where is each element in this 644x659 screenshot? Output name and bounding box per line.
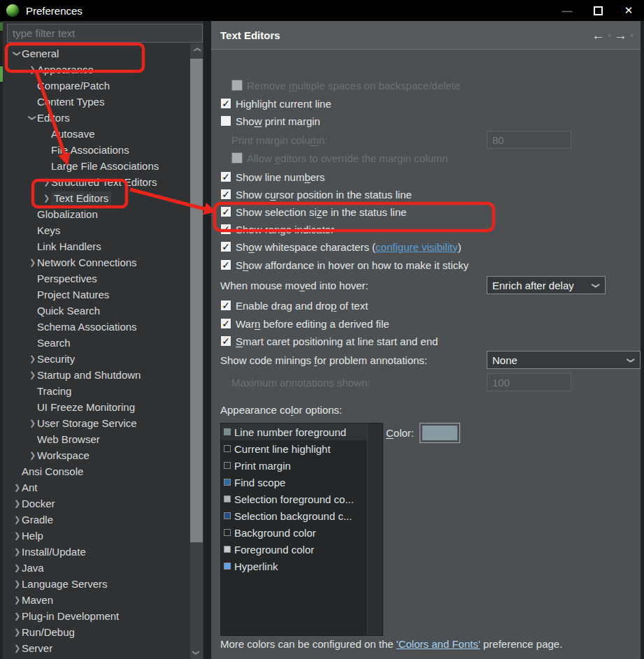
chevron-right-icon[interactable]: ❯ bbox=[28, 370, 37, 379]
checkbox-show-selection-si-z-e-in-the-status-line[interactable]: ✓ bbox=[220, 206, 231, 217]
chevron-down-icon[interactable]: ❯ bbox=[13, 49, 22, 58]
color-option-foreground-color[interactable]: Foreground color bbox=[221, 541, 368, 558]
sidebar-item-quick-search[interactable]: Quick Search bbox=[3, 303, 190, 319]
sidebar-item-link-handlers[interactable]: Link Handlers bbox=[3, 238, 190, 254]
chevron-down-icon[interactable]: ❯ bbox=[28, 113, 37, 122]
filter-input[interactable] bbox=[7, 24, 203, 43]
chevron-right-icon[interactable]: ❯ bbox=[13, 563, 22, 572]
chevron-down-icon[interactable]: ❯ bbox=[623, 352, 640, 368]
color-option-line-number-foreground[interactable]: Line number foreground bbox=[221, 423, 368, 440]
sidebar-item-general[interactable]: ❯General bbox=[3, 45, 190, 61]
sidebar-item-java[interactable]: ❯Java bbox=[3, 560, 190, 576]
checkbox-s-mart-caret-positioning-at-line-start-a[interactable]: ✓ bbox=[220, 335, 231, 347]
sidebar-item-help[interactable]: ❯Help bbox=[3, 528, 190, 544]
chevron-right-icon[interactable]: ❯ bbox=[13, 515, 22, 524]
checkbox-show-c-u-rsor-position-in-the-status-lin[interactable]: ✓ bbox=[220, 189, 231, 200]
sidebar-item-ansi-console[interactable]: Ansi Console bbox=[3, 463, 190, 479]
sidebar-item-web-browser[interactable]: Web Browser bbox=[3, 431, 190, 447]
color-option-selection-foreground-co[interactable]: Selection foreground co... bbox=[221, 491, 368, 507]
chevron-right-icon[interactable]: ❯ bbox=[13, 531, 22, 540]
sidebar-item-autosave[interactable]: Autosave bbox=[3, 126, 190, 142]
color-option-find-scope[interactable]: Find scope bbox=[221, 474, 368, 491]
color-option-print-margin[interactable]: Print margin bbox=[221, 457, 368, 474]
sidebar-item-startup-and-shutdown[interactable]: ❯Startup and Shutdown bbox=[3, 367, 190, 383]
scroll-down-icon[interactable]: ❯ bbox=[190, 646, 203, 659]
sidebar-item-globalization[interactable]: Globalization bbox=[3, 206, 190, 222]
maximize-button[interactable] bbox=[582, 0, 613, 21]
sidebar-item-user-storage-service[interactable]: ❯User Storage Service bbox=[3, 415, 190, 431]
chevron-right-icon[interactable]: ❯ bbox=[13, 499, 22, 508]
sidebar-item-docker[interactable]: ❯Docker bbox=[3, 495, 190, 512]
sidebar-item-text-editors[interactable]: ❯Text Editors bbox=[3, 190, 190, 206]
sidebar-item-run-debug[interactable]: ❯Run/Debug bbox=[3, 624, 190, 640]
dropdown-show-code-minings-f-or-problem-annotatio[interactable]: None❯ bbox=[487, 351, 641, 369]
tree-scrollbar[interactable]: ❯ ❯ bbox=[190, 43, 203, 659]
colors-and-fonts-link[interactable]: 'Colors and Fonts' bbox=[396, 638, 480, 650]
chevron-down-icon[interactable]: ❯ bbox=[588, 277, 605, 294]
sidebar-item-search[interactable]: Search bbox=[3, 335, 190, 351]
chevron-right-icon[interactable]: ❯ bbox=[42, 178, 51, 187]
sidebar-item-plug-in-development[interactable]: ❯Plug-in Development bbox=[3, 608, 190, 624]
back-arrow-icon[interactable]: ← bbox=[592, 29, 605, 42]
minimize-button[interactable]: — bbox=[552, 0, 582, 21]
forward-history-caret-icon[interactable]: ▾ bbox=[630, 31, 634, 39]
chevron-right-icon[interactable]: ❯ bbox=[13, 547, 22, 556]
scroll-up-icon[interactable]: ❯ bbox=[190, 43, 203, 56]
sidebar-item-large-file-associations[interactable]: Large File Associations bbox=[3, 158, 190, 174]
chevron-right-icon[interactable]: ❯ bbox=[13, 611, 22, 621]
sidebar-item-ui-freeze-monitoring[interactable]: UI Freeze Monitoring bbox=[3, 399, 190, 415]
dropdown-when-mouse-mo-v-ed-into-hover[interactable]: Enrich after delay❯ bbox=[487, 276, 606, 294]
chevron-right-icon[interactable]: ❯ bbox=[13, 628, 22, 637]
sidebar-item-project-natures[interactable]: Project Natures bbox=[3, 287, 190, 303]
checkbox-sh-o-w-whitespace-characters-configure-v[interactable]: ✓ bbox=[220, 241, 231, 252]
chevron-right-icon[interactable]: ❯ bbox=[28, 451, 37, 460]
back-history-caret-icon[interactable]: ▾ bbox=[608, 31, 611, 39]
color-option-hyperlink[interactable]: Hyperlink bbox=[221, 558, 368, 574]
sidebar-item-workspace[interactable]: ❯Workspace bbox=[3, 447, 190, 463]
checkbox-sho-w-print-margin[interactable] bbox=[220, 115, 231, 126]
close-button[interactable]: ✕ bbox=[613, 0, 644, 21]
sidebar-item-install-update[interactable]: ❯Install/Update bbox=[3, 544, 190, 560]
chevron-right-icon[interactable]: ❯ bbox=[13, 579, 22, 588]
sidebar-item-tracing[interactable]: Tracing bbox=[3, 383, 190, 399]
chevron-right-icon[interactable]: ❯ bbox=[13, 595, 22, 604]
checkbox-show-range-indicator[interactable]: ✓ bbox=[220, 224, 231, 235]
chevron-right-icon[interactable]: ❯ bbox=[28, 65, 37, 74]
sidebar-item-content-types[interactable]: Content Types bbox=[3, 94, 190, 110]
sidebar-item-security[interactable]: ❯Security bbox=[3, 351, 190, 367]
color-option-background-color[interactable]: Background color bbox=[221, 524, 368, 541]
sidebar-item-ant[interactable]: ❯Ant bbox=[3, 479, 190, 495]
forward-arrow-icon[interactable]: → bbox=[614, 29, 627, 42]
sidebar-item-maven[interactable]: ❯Maven bbox=[3, 592, 190, 608]
sidebar-item-network-connections[interactable]: ❯Network Connections bbox=[3, 254, 190, 270]
chevron-right-icon[interactable]: ❯ bbox=[28, 258, 37, 267]
sidebar-item-structured-text-editors[interactable]: ❯Structured Text Editors bbox=[3, 174, 190, 190]
chevron-right-icon[interactable]: ❯ bbox=[28, 354, 37, 363]
sidebar-item-server[interactable]: ❯Server bbox=[3, 640, 190, 656]
color-list-scrollbar[interactable] bbox=[367, 423, 382, 635]
checkbox-enable-drag-and-dro-p-of-text[interactable]: ✓ bbox=[220, 300, 231, 311]
configure-visibility-link[interactable]: configure visibility bbox=[375, 241, 458, 253]
color-option-current-line-highlight[interactable]: Current line highlight bbox=[221, 440, 368, 457]
checkbox-s-h-ow-affordance-in-hover-on-how-to-mak[interactable]: ✓ bbox=[220, 259, 231, 270]
sidebar-item-appearance[interactable]: ❯Appearance bbox=[3, 61, 190, 78]
chevron-right-icon[interactable]: ❯ bbox=[28, 419, 37, 428]
chevron-right-icon[interactable]: ❯ bbox=[13, 483, 22, 492]
label-text: e in the status line bbox=[322, 206, 406, 218]
chevron-right-icon[interactable]: ❯ bbox=[42, 194, 51, 203]
checkbox-war-n-before-editing-a-derived-file[interactable]: ✓ bbox=[220, 318, 231, 329]
sidebar-item-keys[interactable]: Keys bbox=[3, 222, 190, 238]
sidebar-item-perspectives[interactable]: Perspectives bbox=[3, 270, 190, 287]
sidebar-item-schema-associations[interactable]: Schema Associations bbox=[3, 319, 190, 335]
sidebar-item-language-servers[interactable]: ❯Language Servers bbox=[3, 576, 190, 592]
sidebar-item-compare-patch[interactable]: Compare/Patch bbox=[3, 78, 190, 94]
color-option-selection-background-c[interactable]: Selection background c... bbox=[221, 507, 368, 524]
scrollbar-thumb[interactable] bbox=[190, 59, 203, 542]
checkbox-show-line-num-b-ers[interactable]: ✓ bbox=[220, 171, 231, 182]
checkbox-highlight-current-line[interactable]: ✓ bbox=[220, 98, 231, 109]
sidebar-item-editors[interactable]: ❯Editors bbox=[3, 110, 190, 126]
sidebar-item-file-associations[interactable]: File Associations bbox=[3, 142, 190, 158]
sidebar-item-gradle[interactable]: ❯Gradle bbox=[3, 512, 190, 528]
color-swatch-button[interactable] bbox=[420, 423, 460, 443]
chevron-right-icon[interactable]: ❯ bbox=[13, 644, 22, 653]
